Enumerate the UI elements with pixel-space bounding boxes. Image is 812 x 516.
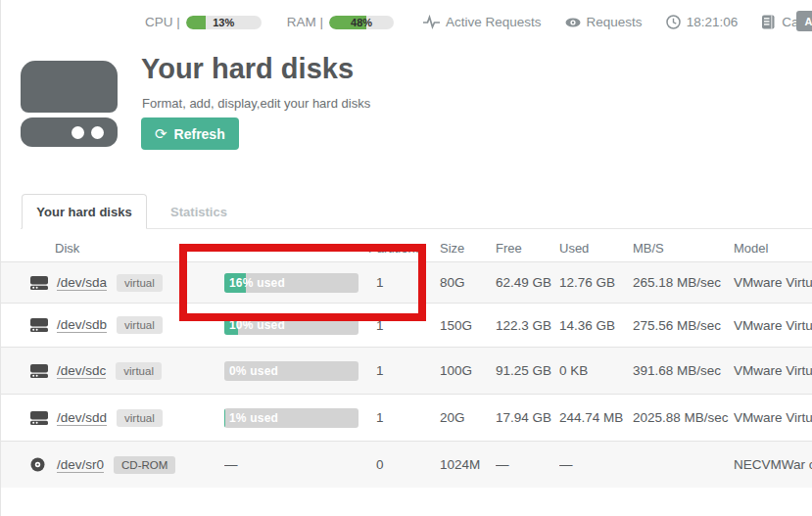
usage-bar: 16% used bbox=[224, 273, 358, 293]
cd-rom-icon bbox=[30, 457, 48, 472]
eye-icon bbox=[565, 16, 581, 29]
table-header-row: Disk Partitions Size Free Used MB/S Mode… bbox=[1, 235, 812, 261]
device-link[interactable]: /dev/sda bbox=[57, 275, 107, 291]
col-header-disk: Disk bbox=[30, 241, 224, 256]
cell-mbs: 265.18 MB/sec bbox=[633, 275, 734, 290]
disk-type-badge: virtual bbox=[116, 362, 162, 380]
language-icon[interactable]: A bbox=[796, 11, 812, 31]
disk-type-badge: virtual bbox=[117, 316, 163, 334]
cell-partitions: 0 bbox=[368, 457, 440, 472]
top-status-bar: CPU | 13% RAM | 48% Active Requests Requ… bbox=[1, 0, 812, 44]
clock-time: 18:21:06 bbox=[687, 15, 739, 29]
cell-mbs: 2025.88 MB/sec bbox=[633, 410, 734, 425]
cell-size: 150G bbox=[440, 318, 496, 333]
page-title: Your hard disks bbox=[141, 53, 354, 85]
table-row: /dev/sda virtual 16% used 1 80G 62.49 GB… bbox=[1, 261, 812, 303]
cell-size: 80G bbox=[440, 275, 496, 290]
cell-free: 17.94 GB bbox=[496, 410, 559, 425]
ram-meter-group: RAM | 48% bbox=[287, 15, 423, 29]
cpu-meter-group: CPU | 13% bbox=[145, 15, 287, 29]
cell-used: 12.76 GB bbox=[559, 275, 633, 290]
cell-partitions: 1 bbox=[368, 318, 440, 333]
cell-free: 62.49 GB bbox=[496, 275, 559, 290]
cell-used: — bbox=[559, 457, 633, 472]
active-requests-item[interactable]: Active Requests bbox=[423, 15, 542, 29]
device-link[interactable]: /dev/sdd bbox=[57, 410, 107, 426]
cpu-meter: 13% bbox=[186, 16, 262, 29]
usage-bar-label: 0% used bbox=[229, 361, 278, 381]
cell-size: 20G bbox=[440, 410, 496, 425]
page-subtitle: Format, add, display,edit your hard disk… bbox=[142, 96, 370, 111]
disks-table: Disk Partitions Size Free Used MB/S Mode… bbox=[1, 235, 812, 488]
refresh-button-label: Refresh bbox=[174, 126, 225, 142]
cell-partitions: 1 bbox=[368, 275, 440, 290]
no-usage-dash: — bbox=[224, 457, 238, 472]
requests-label: Requests bbox=[587, 15, 643, 29]
cell-free: 122.3 GB bbox=[496, 318, 559, 333]
usage-bar-label: 1% used bbox=[229, 408, 278, 428]
usage-bar: 10% used bbox=[224, 315, 358, 335]
cell-used: 244.74 MB bbox=[559, 410, 633, 425]
book-icon bbox=[761, 15, 776, 29]
disk-type-badge: virtual bbox=[117, 409, 163, 427]
cell-used: 0 KB bbox=[559, 363, 633, 378]
refresh-icon: ⟳ bbox=[155, 125, 167, 143]
usage-bar: 1% used bbox=[224, 408, 358, 428]
cell-mbs: 391.68 MB/sec bbox=[633, 363, 734, 378]
cell-size: 1024M bbox=[440, 457, 496, 472]
hdd-icon bbox=[30, 318, 48, 332]
col-header-used: Used bbox=[559, 241, 633, 256]
hard-disk-icon bbox=[21, 61, 118, 147]
cell-mbs: 275.56 MB/sec bbox=[633, 318, 734, 333]
table-row: /dev/sr0 CD-ROM — 0 1024M — — NECVMWar c… bbox=[1, 441, 812, 488]
hdd-icon bbox=[30, 276, 48, 290]
active-requests-label: Active Requests bbox=[446, 15, 542, 29]
table-row: /dev/sdd virtual 1% used 1 20G 17.94 GB … bbox=[1, 394, 812, 441]
clock-item: 18:21:06 bbox=[666, 15, 739, 29]
cell-used: 14.36 GB bbox=[559, 318, 633, 333]
tab-your-hard-disks[interactable]: Your hard disks bbox=[22, 194, 147, 229]
col-header-partitions: Partitions bbox=[368, 241, 440, 256]
col-header-mbs: MB/S bbox=[633, 241, 734, 256]
disk-type-badge: CD-ROM bbox=[114, 456, 175, 474]
cpu-label: CPU | bbox=[145, 15, 180, 29]
cell-model: VMware Virtua bbox=[734, 275, 812, 290]
tab-statistics[interactable]: Statistics bbox=[155, 194, 243, 229]
cpu-percent: 13% bbox=[186, 16, 262, 29]
device-link[interactable]: /dev/sr0 bbox=[57, 457, 104, 473]
usage-bar-label: 16% used bbox=[229, 273, 285, 293]
cell-free: 91.25 GB bbox=[496, 363, 559, 378]
hdd-icon bbox=[30, 364, 48, 378]
clock-icon bbox=[666, 15, 681, 29]
col-header-free: Free bbox=[496, 241, 559, 256]
cell-size: 100G bbox=[440, 363, 496, 378]
usage-bar-fill bbox=[224, 408, 225, 428]
table-row: /dev/sdb virtual 10% used 1 150G 122.3 G… bbox=[1, 303, 812, 347]
ram-percent: 48% bbox=[329, 16, 394, 29]
cell-partitions: 1 bbox=[368, 410, 440, 425]
device-link[interactable]: /dev/sdb bbox=[57, 317, 107, 333]
cell-model: VMware Virtua bbox=[734, 410, 812, 425]
usage-bar: 0% used bbox=[224, 361, 358, 381]
ram-meter: 48% bbox=[329, 16, 394, 29]
ram-label: RAM | bbox=[287, 15, 323, 29]
usage-bar-label: 10% used bbox=[229, 315, 285, 335]
cell-model: VMware Virtua bbox=[734, 363, 812, 378]
pulse-icon bbox=[423, 15, 440, 29]
disk-type-badge: virtual bbox=[117, 274, 163, 292]
cell-model: NECVMWar cd bbox=[734, 457, 812, 472]
hdd-icon bbox=[30, 411, 48, 425]
cell-free: — bbox=[496, 457, 559, 472]
refresh-button[interactable]: ⟳ Refresh bbox=[141, 117, 239, 150]
table-row: /dev/sdc virtual 0% used 1 100G 91.25 GB… bbox=[1, 347, 812, 394]
cell-model: VMware Virtua bbox=[734, 318, 812, 333]
col-header-size: Size bbox=[440, 241, 496, 256]
col-header-model: Model bbox=[734, 241, 812, 256]
requests-item[interactable]: Requests bbox=[565, 15, 643, 29]
device-link[interactable]: /dev/sdc bbox=[57, 363, 106, 379]
cell-partitions: 1 bbox=[368, 363, 440, 378]
